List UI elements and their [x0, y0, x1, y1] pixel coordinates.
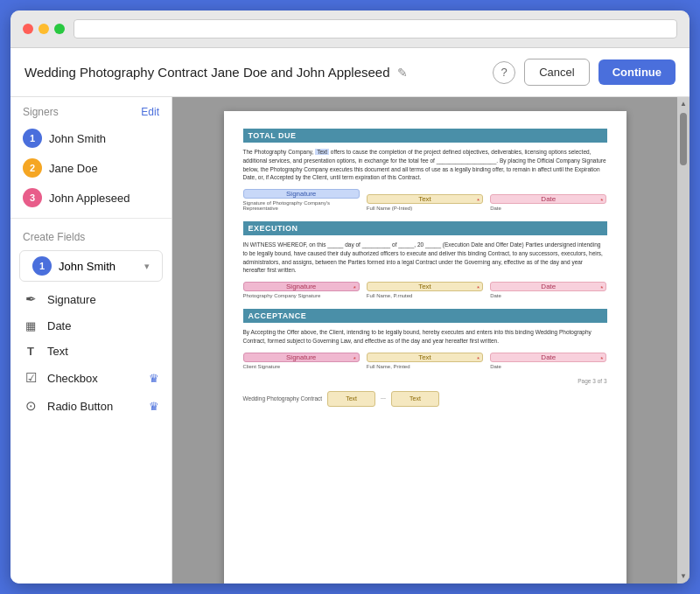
- date-field-2[interactable]: Date*: [490, 282, 606, 291]
- field-type-date[interactable]: ▦ Date: [10, 313, 172, 339]
- accept-field-col-text: Text* Full Name, Printed: [367, 353, 483, 369]
- selected-signer-avatar: 1: [32, 256, 52, 276]
- signer-avatar-1: 1: [23, 129, 42, 148]
- app-window: Wedding Photography Contract Jane Doe an…: [10, 10, 690, 584]
- main-content: Signers Edit 1 John Smith 2 Jane Doe 3 J…: [10, 97, 690, 584]
- radio-label: Radio Button: [47, 400, 113, 413]
- total-due-body: The Photography Company, Text offers to …: [243, 148, 607, 182]
- create-fields-label: Create Fields: [23, 231, 85, 243]
- execution-body: IN WITNESS WHEREOF, on this _____ day of…: [243, 241, 607, 275]
- scroll-up-arrow[interactable]: ▲: [680, 101, 687, 108]
- signer-item[interactable]: 3 John Appleseed: [10, 183, 172, 213]
- field-type-radio[interactable]: ⊙ Radio Button ♛: [10, 392, 172, 420]
- date-field-3[interactable]: Date*: [490, 353, 606, 362]
- document-scroll[interactable]: TOTAL DUE The Photography Company, Text …: [172, 97, 677, 584]
- scrollbar[interactable]: ▲ ▼: [677, 97, 690, 584]
- url-bar[interactable]: [74, 19, 677, 38]
- continue-button[interactable]: Continue: [598, 59, 676, 85]
- edit-title-icon[interactable]: ✎: [397, 66, 408, 80]
- footer-row: Wedding Photography Contract Text ··· Te…: [243, 391, 607, 407]
- signer-name-2: Jane Doe: [49, 162, 98, 175]
- edit-signers-button[interactable]: Edit: [141, 106, 159, 118]
- date-icon: ▦: [23, 319, 38, 332]
- create-fields-header: Create Fields: [10, 224, 172, 247]
- app-header: Wedding Photography Contract Jane Doe an…: [10, 48, 690, 97]
- signers-section-header: Signers Edit: [10, 97, 172, 123]
- date-label: Date: [47, 319, 71, 332]
- help-button[interactable]: ?: [493, 61, 515, 84]
- selected-signer: 1 John Smith: [32, 256, 116, 276]
- selected-signer-name: John Smith: [59, 260, 116, 273]
- field-type-text[interactable]: T Text: [10, 339, 172, 364]
- scroll-thumb[interactable]: [680, 113, 687, 165]
- document-page: TOTAL DUE The Photography Company, Text …: [224, 111, 626, 584]
- premium-icon-checkbox: ♛: [149, 372, 159, 385]
- date-caption-2: Date: [490, 293, 606, 298]
- accept-field-col-sig: Signature* Client Signature: [243, 353, 360, 369]
- header-actions: ? Cancel Continue: [493, 59, 676, 86]
- document-area: TOTAL DUE The Photography Company, Text …: [172, 97, 690, 584]
- signer-selector[interactable]: 1 John Smith ▾: [19, 250, 163, 282]
- checkbox-label: Checkbox: [47, 372, 98, 385]
- date-caption-1: Date: [490, 206, 606, 211]
- field-col-sig: Signature Signature of Photography Compa…: [243, 189, 360, 211]
- maximize-button[interactable]: [54, 24, 65, 34]
- text-caption-1: Full Name (P-Inted): [367, 206, 483, 211]
- date-caption-3: Date: [490, 364, 606, 369]
- app-title: Wedding Photography Contract Jane Doe an…: [24, 65, 493, 80]
- date-field-1[interactable]: Date*: [490, 194, 606, 204]
- signature-icon: ✒: [23, 291, 38, 307]
- signer-avatar-2: 2: [23, 158, 42, 178]
- sidebar: Signers Edit 1 John Smith 2 Jane Doe 3 J…: [10, 97, 172, 584]
- text-field-3[interactable]: Text*: [367, 353, 483, 362]
- document-title: Wedding Photography Contract Jane Doe an…: [24, 65, 390, 80]
- signature-field-3[interactable]: Signature*: [243, 353, 360, 362]
- total-due-fields: Signature Signature of Photography Compa…: [243, 189, 607, 211]
- execution-fields: Signature* Photography Company Signature…: [243, 282, 607, 298]
- acceptance-header: ACCEPTANCE: [243, 309, 607, 323]
- minimize-button[interactable]: [38, 24, 49, 34]
- accept-field-col-date: Date* Date: [490, 353, 606, 369]
- sig-caption-1: Signature of Photography Company's Repre…: [243, 200, 360, 211]
- acceptance-fields: Signature* Client Signature Text* Full N…: [243, 353, 607, 369]
- premium-icon-radio: ♛: [149, 400, 159, 413]
- signature-label: Signature: [47, 293, 96, 306]
- chevron-down-icon: ▾: [144, 261, 150, 272]
- field-col-date: Date* Date: [490, 194, 606, 211]
- acceptance-body: By Accepting the Offer above, the Client…: [243, 328, 607, 346]
- field-col-text: Text* Full Name (P-Inted): [367, 194, 483, 211]
- close-button[interactable]: [23, 24, 33, 34]
- field-type-signature[interactable]: ✒ Signature: [10, 285, 172, 313]
- total-due-header: TOTAL DUE: [243, 129, 607, 143]
- signers-label: Signers: [23, 106, 59, 118]
- scroll-down-arrow[interactable]: ▼: [680, 573, 687, 580]
- signer-name-3: John Appleseed: [49, 192, 130, 205]
- exec-field-col-date: Date* Date: [490, 282, 606, 298]
- cancel-button[interactable]: Cancel: [524, 59, 589, 86]
- footer-label: Wedding Photography Contract: [243, 395, 323, 402]
- footer-text-field-2[interactable]: Text: [391, 391, 439, 407]
- text-icon: T: [23, 345, 38, 358]
- signer-avatar-3: 3: [23, 188, 42, 207]
- text-field-2[interactable]: Text*: [367, 282, 483, 291]
- text-caption-2: Full Name, P.rnuted: [367, 293, 483, 298]
- signer-name-1: John Smith: [49, 132, 106, 145]
- divider: [10, 218, 172, 219]
- signer-item[interactable]: 1 John Smith: [10, 123, 172, 153]
- titlebar: [10, 10, 690, 48]
- execution-header: EXECUTION: [243, 221, 607, 235]
- traffic-lights: [23, 24, 65, 34]
- text-field-1[interactable]: Text*: [367, 194, 483, 204]
- sig-caption-3: Client Signature: [243, 364, 360, 369]
- footer-text-field-1[interactable]: Text: [327, 391, 375, 407]
- sig-caption-2: Photography Company Signature: [243, 293, 360, 298]
- signer-item[interactable]: 2 Jane Doe: [10, 153, 172, 183]
- text-caption-3: Full Name, Printed: [367, 364, 483, 369]
- text-label: Text: [47, 345, 68, 358]
- page-number: Page 3 of 3: [243, 378, 607, 384]
- exec-field-col-text: Text* Full Name, P.rnuted: [367, 282, 483, 298]
- exec-field-col-sig: Signature* Photography Company Signature: [243, 282, 360, 298]
- signature-field-2[interactable]: Signature*: [243, 282, 360, 291]
- field-type-checkbox[interactable]: ☑ Checkbox ♛: [10, 364, 172, 392]
- signature-field-1[interactable]: Signature: [243, 189, 360, 199]
